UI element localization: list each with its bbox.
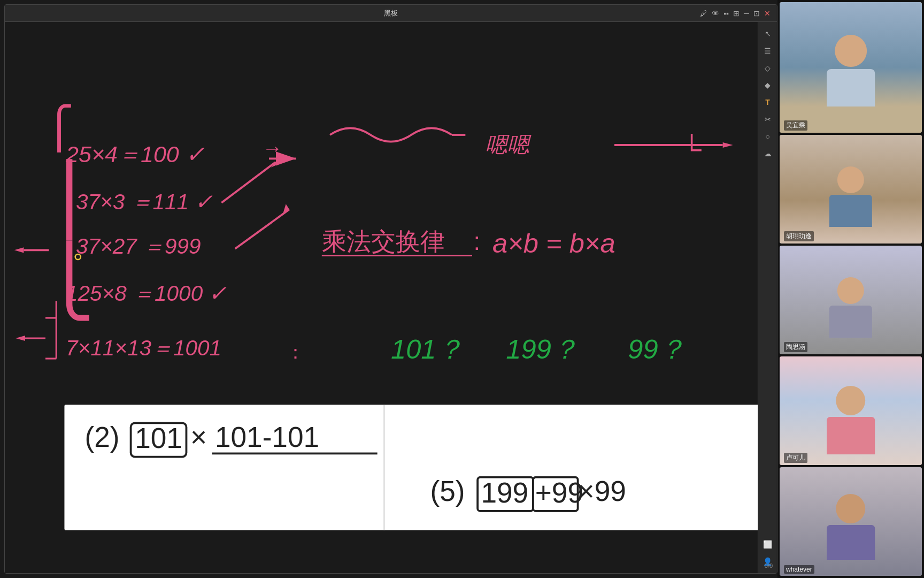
svg-text:×99: ×99	[578, 475, 626, 507]
minimize-btn[interactable]: ─	[744, 9, 749, 18]
svg-text:37×27 ＝999: 37×27 ＝999	[76, 234, 201, 258]
drawing-canvas[interactable]: ⎧ ⎪ ⎩ 25×4＝100 ✓ → 37×3 ＝111 ✓	[5, 22, 777, 573]
child1-video	[780, 135, 922, 244]
teacher-label: 吴宜乘	[784, 120, 807, 131]
cursor-tool[interactable]: ↖	[760, 26, 775, 41]
restore-btn[interactable]: ⊡	[753, 9, 760, 18]
svg-text:99？: 99？	[628, 334, 685, 364]
window-titlebar: 黑板 🖊 👁 ▪▪ ⊞ ─ ⊡ ✕	[5, 5, 777, 22]
window-title: 黑板	[384, 9, 398, 18]
svg-marker-23	[16, 336, 25, 341]
svg-text:101？: 101？	[391, 334, 464, 364]
close-btn[interactable]: ✕	[764, 9, 771, 18]
board-toolbar: ↖ ☰ ◇ ◆ T ✂ ○ ☁ ⬜ 👤	[758, 22, 777, 573]
cloud-tool[interactable]: ☁	[760, 146, 775, 161]
eye-icon[interactable]: 👁	[712, 9, 719, 18]
child2-label: 陶思涵	[784, 342, 807, 352]
child1-label: 胡珝玏逸	[784, 231, 814, 241]
svg-text:125×8 ＝1000 ✓: 125×8 ＝1000 ✓	[66, 281, 227, 306]
svg-text:a×b = b×a: a×b = b×a	[492, 228, 615, 258]
svg-text:101: 101	[135, 422, 182, 454]
svg-text:└: └	[682, 134, 702, 164]
child3-video	[780, 356, 922, 465]
svg-text:7×11×13＝1001: 7×11×13＝1001	[66, 336, 221, 360]
video-sidebar: 吴宜乘 胡珝玏逸 陶思涵 卢可儿	[777, 0, 924, 578]
svg-text:25×4＝100 ✓: 25×4＝100 ✓	[65, 141, 205, 167]
svg-text:+99: +99	[535, 477, 583, 508]
blackboard-window: 黑板 🖊 👁 ▪▪ ⊞ ─ ⊡ ✕ ⎧ ⎪ ⎩	[4, 4, 777, 574]
svg-line-10	[221, 162, 275, 203]
svg-marker-27	[723, 142, 733, 148]
child2-video	[780, 246, 922, 354]
blackboard-content: ⎧ ⎪ ⎩ 25×4＝100 ✓ → 37×3 ＝111 ✓	[5, 22, 777, 573]
svg-text:199: 199	[481, 477, 528, 508]
teacher-video	[780, 2, 922, 133]
video-tile-1: 胡珝玏逸	[780, 135, 922, 244]
video-tile-3: 卢可儿	[780, 356, 922, 465]
child4-video	[780, 467, 922, 576]
main-area: 黑板 🖊 👁 ▪▪ ⊞ ─ ⊡ ✕ ⎧ ⎪ ⎩	[0, 0, 777, 578]
svg-text::: :	[474, 228, 481, 255]
svg-marker-4	[14, 247, 24, 253]
svg-text:37×3 ＝111 ✓: 37×3 ＝111 ✓	[76, 189, 213, 214]
svg-text:嗯嗯: 嗯嗯	[486, 132, 532, 157]
view-icon[interactable]: ▪▪	[723, 9, 729, 18]
toolbar-icon[interactable]: 🖊	[700, 9, 707, 18]
text-tool[interactable]: T	[760, 95, 775, 110]
child4-label: whatever	[784, 565, 814, 574]
eraser-tool[interactable]: ⬜	[760, 537, 775, 552]
video-tile-2: 陶思涵	[780, 246, 922, 354]
video-tile-4: whatever	[780, 467, 922, 576]
svg-text:(2): (2)	[84, 421, 119, 453]
svg-text:199？: 199？	[506, 334, 579, 364]
svg-text:× 101-101: × 101-101	[190, 421, 319, 453]
video-tile-teacher: 吴宜乘	[780, 2, 922, 133]
scissors-tool[interactable]: ✂	[760, 112, 775, 127]
diamond2-tool[interactable]: ◆	[760, 78, 775, 93]
diamond1-tool[interactable]: ◇	[760, 60, 775, 75]
svg-line-13	[235, 209, 289, 248]
svg-text:(5): (5)	[430, 475, 465, 507]
circle-tool[interactable]: ○	[760, 129, 775, 144]
list-tool[interactable]: ☰	[760, 43, 775, 58]
svg-text:：: ：	[286, 341, 305, 363]
svg-text:乘法交换律: 乘法交换律	[322, 228, 445, 255]
svg-text:→: →	[262, 137, 282, 159]
page-counter: 0/0	[765, 562, 773, 569]
grid-icon[interactable]: ⊞	[733, 9, 740, 18]
child3-label: 卢可儿	[784, 453, 807, 463]
